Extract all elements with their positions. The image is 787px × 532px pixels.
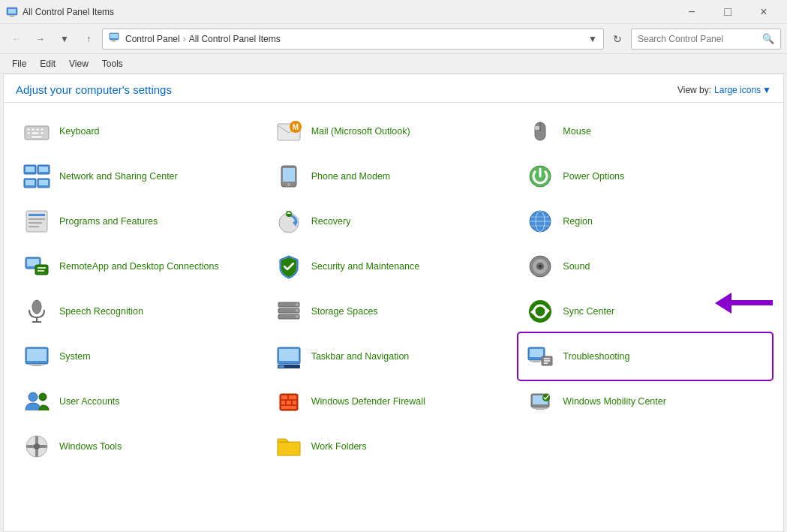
control-item-storage[interactable]: Storage Spaces — [268, 289, 520, 334]
close-button[interactable]: × — [746, 0, 781, 24]
svg-rect-10 — [32, 128, 35, 131]
sync-icon — [525, 296, 555, 326]
refresh-button[interactable]: ↻ — [607, 29, 628, 50]
control-item-programs[interactable]: Programs and Features — [16, 199, 268, 244]
svg-rect-12 — [41, 128, 44, 131]
item-label-windows-tools: Windows Tools — [59, 440, 122, 452]
control-item-windows-firewall[interactable]: Windows Defender Firewall — [268, 379, 520, 424]
dropdown-recent-button[interactable]: ▼ — [54, 29, 75, 50]
address-all-items[interactable]: All Control Panel Items — [189, 34, 281, 44]
window-controls: − □ × — [674, 0, 781, 24]
back-button[interactable]: ← — [6, 29, 27, 50]
region-icon — [525, 206, 555, 236]
svg-rect-90 — [281, 401, 285, 404]
svg-rect-13 — [27, 132, 30, 134]
control-item-sound[interactable]: Sound — [519, 244, 771, 289]
taskbar-icon — [274, 341, 304, 371]
svg-point-85 — [29, 392, 38, 401]
troubleshooting-icon — [525, 341, 555, 371]
chevron-down-icon: ▼ — [762, 85, 771, 95]
item-label-user-accounts: User Accounts — [59, 395, 120, 407]
menu-file[interactable]: File — [6, 57, 32, 71]
svg-point-86 — [39, 393, 47, 401]
menu-view[interactable]: View — [63, 57, 95, 71]
nav-bar: ← → ▼ ↑ Control Panel › All Control Pane… — [0, 24, 787, 54]
item-label-power: Power Options — [563, 170, 624, 182]
svg-point-33 — [287, 183, 290, 186]
up-button[interactable]: ↑ — [78, 29, 99, 50]
control-item-remoteapp[interactable]: RemoteApp and Desktop Connections — [16, 244, 268, 289]
minimize-button[interactable]: − — [674, 0, 709, 24]
svg-rect-2 — [10, 16, 14, 17]
control-item-windows-mobility[interactable]: Windows Mobility Center — [519, 379, 771, 424]
item-label-storage: Storage Spaces — [311, 305, 378, 317]
svg-rect-24 — [26, 167, 35, 172]
forward-button[interactable]: → — [30, 29, 51, 50]
svg-rect-38 — [29, 222, 42, 224]
system-icon — [22, 341, 52, 371]
mobility-icon — [525, 386, 555, 416]
svg-rect-78 — [530, 349, 543, 357]
address-control-panel[interactable]: Control Panel — [125, 34, 180, 44]
svg-rect-32 — [283, 168, 295, 182]
search-input[interactable] — [638, 34, 762, 44]
item-label-security: Security and Maintenance — [311, 260, 420, 272]
item-label-system: System — [59, 350, 91, 362]
control-item-system[interactable]: System — [16, 334, 268, 379]
keyboard-icon — [22, 116, 52, 146]
control-item-sync[interactable]: Sync Center — [519, 289, 771, 334]
svg-point-63 — [296, 303, 299, 306]
item-label-troubleshooting: Troubleshooting — [563, 350, 629, 362]
svg-rect-22 — [535, 126, 539, 130]
svg-point-64 — [296, 309, 299, 312]
control-item-keyboard[interactable]: Keyboard — [16, 109, 268, 154]
search-icon[interactable]: 🔍 — [762, 33, 774, 44]
item-label-taskbar: Taskbar and Navigation — [311, 350, 410, 362]
control-item-work-folders[interactable]: Work Folders — [268, 424, 520, 469]
control-item-troubleshooting[interactable]: Troubleshooting — [519, 334, 771, 379]
title-bar-text: All Control Panel Items — [23, 7, 674, 17]
control-item-taskbar[interactable]: Taskbar and Navigation — [268, 334, 520, 379]
svg-point-56 — [539, 265, 542, 268]
svg-rect-70 — [27, 349, 47, 361]
control-item-user-accounts[interactable]: User Accounts — [16, 379, 268, 424]
svg-point-57 — [32, 300, 41, 314]
control-item-power[interactable]: Power Options — [519, 154, 771, 199]
control-item-region[interactable]: Region — [519, 199, 771, 244]
svg-rect-6 — [112, 41, 116, 42]
speech-icon — [22, 296, 52, 326]
control-item-speech[interactable]: Speech Recognition — [16, 289, 268, 334]
control-item-network[interactable]: Network and Sharing Center — [16, 154, 268, 199]
control-item-phone-modem[interactable]: Phone and Modem — [268, 154, 520, 199]
view-by-label: View by: — [677, 85, 711, 95]
svg-rect-80 — [530, 360, 543, 362]
control-item-recovery[interactable]: Recovery — [268, 199, 520, 244]
item-label-remoteapp: RemoteApp and Desktop Connections — [59, 260, 219, 272]
address-icon — [109, 32, 121, 46]
view-by-dropdown[interactable]: Large icons ▼ — [714, 85, 771, 95]
items-grid: Keyboard M Mail (Microsoft Outlook) Mous… — [16, 109, 771, 469]
phone-icon — [274, 161, 304, 191]
programs-icon — [22, 206, 52, 236]
item-label-windows-firewall: Windows Defender Firewall — [311, 395, 425, 407]
address-dropdown-button[interactable]: ▼ — [588, 34, 597, 44]
control-item-security[interactable]: Security and Maintenance — [268, 244, 520, 289]
svg-rect-9 — [27, 128, 30, 131]
control-item-mail[interactable]: M Mail (Microsoft Outlook) — [268, 109, 520, 154]
content-header: Adjust your computer's settings View by:… — [4, 74, 783, 103]
maximize-button[interactable]: □ — [710, 0, 745, 24]
menu-edit[interactable]: Edit — [34, 57, 62, 71]
item-label-work-folders: Work Folders — [311, 440, 367, 452]
svg-rect-1 — [8, 9, 16, 14]
svg-rect-97 — [533, 407, 548, 409]
svg-rect-72 — [29, 364, 44, 365]
item-label-network: Network and Sharing Center — [59, 170, 178, 182]
address-bar: Control Panel › All Control Panel Items … — [102, 29, 604, 50]
svg-rect-15 — [41, 132, 44, 134]
menu-tools[interactable]: Tools — [96, 57, 129, 71]
svg-rect-3 — [8, 15, 16, 16]
svg-rect-50 — [35, 265, 48, 275]
control-item-mouse[interactable]: Mouse — [519, 109, 771, 154]
svg-rect-36 — [29, 214, 45, 216]
control-item-windows-tools[interactable]: Windows Tools — [16, 424, 268, 469]
